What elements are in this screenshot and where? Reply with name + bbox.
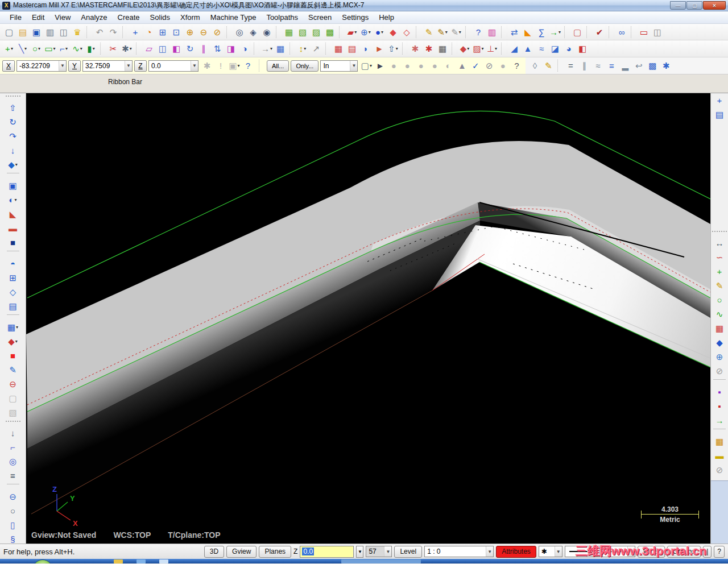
chain-validate-icon[interactable]: ✔ (593, 25, 606, 39)
surface-blade-icon[interactable]: ◗ (359, 42, 373, 56)
tool-settings-icon[interactable]: ⊥▾ (485, 42, 499, 56)
minimize-button[interactable]: — (670, 1, 686, 10)
z-depth-input[interactable]: 0.0 (300, 546, 354, 558)
analyze-color-icon[interactable]: ▥ (485, 25, 499, 39)
level-set-icon[interactable]: → (712, 413, 727, 428)
xform-dynamic-icon[interactable]: ◑ (238, 42, 251, 56)
viewport-pan-icon[interactable]: + (712, 93, 727, 107)
in-selection-select[interactable]: In ▼ (320, 60, 358, 72)
delete-entity-icon[interactable]: ✎ (422, 25, 436, 39)
create-polyline-icon[interactable]: ∿▾ (71, 42, 84, 56)
x-coordinate-input[interactable]: -83.22709 ▼ (16, 60, 67, 72)
solid-import-icon[interactable]: ◆▾ (6, 334, 20, 349)
ortho-snap-icon[interactable]: ↗ (309, 42, 323, 56)
chevron-down-icon[interactable]: ▼ (125, 61, 132, 71)
surface-flat-icon[interactable]: ◧ (576, 42, 589, 56)
solid-remove-face-icon[interactable]: ⊖ (6, 377, 20, 391)
attr-levels-icon[interactable]: ≡ (605, 59, 618, 73)
grid-selection-icon[interactable]: ▢ (570, 25, 584, 39)
solid-ghost-2-icon[interactable]: ▧ (6, 405, 20, 420)
analyze-angle-icon[interactable]: ◣ (521, 25, 535, 39)
select-mask-icon[interactable]: ● (414, 59, 428, 73)
stl-export-icon[interactable]: ■ (6, 349, 20, 363)
menu-help[interactable]: Help (374, 12, 399, 23)
level-display-icon[interactable]: ↕▾ (296, 42, 309, 56)
windows-taskbar[interactable] (0, 559, 728, 563)
taskbar-folder-icon[interactable] (114, 559, 123, 563)
disable-entity-icon[interactable]: ⊘ (712, 364, 727, 378)
dynamic-rotate-icon[interactable]: ◔ (142, 25, 156, 39)
solid-sweep-icon[interactable]: ↷ (6, 129, 20, 143)
toolbar-grip[interactable] (712, 231, 727, 235)
hatch-icon[interactable]: ▨▾ (471, 42, 485, 56)
surface-offset-icon[interactable]: ≈ (535, 42, 548, 56)
shaded-view-icon[interactable]: ●▾ (373, 25, 386, 39)
menu-solids[interactable]: Solids (145, 12, 175, 23)
level-select[interactable]: 1 : 0 ▼ (424, 546, 494, 557)
xform-translate-icon[interactable]: ▱ (142, 42, 156, 56)
chevron-down-icon[interactable]: ▼ (191, 61, 198, 71)
solid-layout-icon[interactable]: ▤ (6, 299, 20, 313)
select-none-icon[interactable]: ⊘ (482, 59, 496, 73)
delete-duplicates-icon[interactable]: ✎▾ (436, 25, 449, 39)
gview-button[interactable]: Gview (226, 546, 257, 558)
attributes-button[interactable]: Attributes (496, 546, 536, 558)
save-file-icon[interactable]: ▣ (30, 25, 43, 39)
point-style-select[interactable]: ✱ ▼ (539, 546, 562, 557)
solid-array-icon[interactable]: ▦▾ (6, 320, 20, 334)
attributes-stamp-icon[interactable]: ◊ (528, 59, 541, 73)
toolpath-drill-icon[interactable]: ↓ (6, 426, 20, 440)
attr-plane-icon[interactable]: ▂ (618, 59, 632, 73)
polyline-entity-icon[interactable]: ∿ (712, 307, 727, 321)
select-all-button[interactable]: All... (267, 60, 289, 72)
solid-chamfer-icon[interactable]: ◣ (6, 207, 20, 221)
translucent-on-icon[interactable]: ◆ (386, 25, 400, 39)
chevron-down-icon[interactable]: ▼ (555, 546, 562, 557)
chevron-down-icon[interactable]: ▼ (356, 546, 363, 558)
open-file-icon[interactable]: ▤ (16, 25, 30, 39)
menu-xform[interactable]: Xform (175, 12, 205, 23)
create-line-icon[interactable]: ╲▾ (16, 42, 30, 56)
taskbar-app-icon[interactable] (136, 559, 146, 563)
solid-draft-icon[interactable]: ◇ (6, 285, 20, 299)
toolpath-helix-icon[interactable]: § (6, 532, 20, 544)
xform-mirror-icon[interactable]: ◧ (169, 42, 183, 56)
new-file-icon[interactable]: ▢ (2, 25, 16, 39)
trim-break-icon[interactable]: ✂ (106, 42, 120, 56)
create-arc-icon[interactable]: ○▾ (30, 42, 43, 56)
wireframe-globe-icon[interactable]: ⊕ (712, 350, 727, 364)
view-previous-icon[interactable]: ◉ (260, 25, 274, 39)
capture-icon[interactable]: ▣▾ (228, 59, 241, 73)
level-button[interactable]: Level (394, 546, 422, 558)
menu-settings[interactable]: Settings (337, 12, 374, 23)
wcs-rose-icon[interactable]: ✱ (408, 42, 422, 56)
viewsheet-list-icon[interactable]: ▤ (345, 42, 359, 56)
toolpath-contour-icon[interactable]: ⌐ (6, 440, 20, 454)
viewsheet-new-icon[interactable]: ▦ (332, 42, 345, 56)
attr-return-icon[interactable]: ↩ (632, 59, 646, 73)
circle-entity-icon[interactable]: ○ (712, 293, 727, 307)
link-entities-icon[interactable]: ∞ (615, 25, 628, 39)
3d-mode-button[interactable]: 3D (204, 546, 224, 558)
select-all-mask-icon[interactable]: ● (496, 59, 510, 73)
chevron-down-icon[interactable]: ▼ (59, 61, 66, 71)
undelete-icon[interactable]: ✎▾ (449, 25, 463, 39)
window-selection-icon[interactable]: ▢▾ (359, 59, 373, 73)
create-fillet-icon[interactable]: ⌐▾ (57, 42, 71, 56)
solid-extrude-icon[interactable]: ⇧ (6, 101, 20, 115)
surface-ruled-icon[interactable]: ◢ (507, 42, 521, 56)
fastpoint-icon[interactable]: ✱ (200, 59, 214, 73)
attr-star-icon[interactable]: ✱ (659, 59, 673, 73)
color-number-select[interactable]: 57 ▼ (366, 546, 392, 557)
smart-point-icon[interactable]: ✱▾ (120, 42, 134, 56)
select-validate-icon[interactable]: ✓ (469, 59, 482, 73)
analyze-entity-icon[interactable]: ? (471, 25, 485, 39)
select-last-icon[interactable]: ● (428, 59, 441, 73)
z-coordinate-input[interactable]: 0.0 ▼ (148, 60, 198, 72)
shade-settings-icon[interactable]: ▰▾ (345, 25, 359, 39)
gview-top-icon[interactable]: ▦ (282, 25, 296, 39)
toolbar-grip[interactable] (6, 421, 20, 425)
y-axis-button[interactable]: Y (68, 60, 81, 72)
grid-snap-icon[interactable]: ▦ (712, 321, 727, 335)
xform-scale-icon[interactable]: ◨ (224, 42, 238, 56)
